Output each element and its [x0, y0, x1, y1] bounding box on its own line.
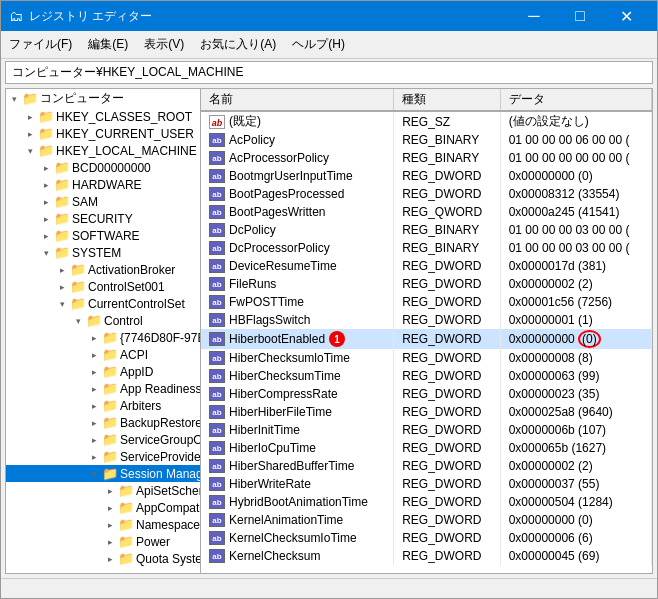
tree-item-namespacesep[interactable]: ▸ 📁 NamespaceSeparatio	[6, 516, 200, 533]
tree-item-control[interactable]: ▾ 📁 Control	[6, 312, 200, 329]
expand-icon-arbiters[interactable]: ▸	[86, 401, 102, 411]
tree-item-serviceprovider[interactable]: ▸ 📁 ServiceProvider	[6, 448, 200, 465]
tree-item-power[interactable]: ▸ 📁 Power	[6, 533, 200, 550]
expand-icon-controlset001[interactable]: ▸	[54, 282, 70, 292]
expand-icon-hkey_current_user[interactable]: ▸	[22, 129, 38, 139]
reg-name-text: AcPolicy	[229, 133, 275, 147]
menu-edit[interactable]: 編集(E)	[80, 33, 136, 56]
expand-icon-currentcontrolset[interactable]: ▾	[54, 299, 70, 309]
menu-view[interactable]: 表示(V)	[136, 33, 192, 56]
tree-label: Arbiters	[120, 399, 161, 413]
expand-icon-sessionmanager[interactable]: ▾	[86, 469, 102, 479]
table-row[interactable]: ab AcPolicy REG_BINARY 01 00 00 00 06 00…	[201, 131, 652, 149]
maximize-button[interactable]: □	[557, 1, 603, 31]
tree-item-appid[interactable]: ▸ 📁 AppID	[6, 363, 200, 380]
menu-favorites[interactable]: お気に入り(A)	[192, 33, 284, 56]
tree-item-guid[interactable]: ▸ 📁 {7746D80F-97E0-4E26-95...	[6, 329, 200, 346]
tree-item-activationbroker[interactable]: ▸ 📁 ActivationBroker	[6, 261, 200, 278]
tree-item-arbiters[interactable]: ▸ 📁 Arbiters	[6, 397, 200, 414]
tree-item-hkey_local_machine[interactable]: ▾ 📁 HKEY_LOCAL_MACHINE	[6, 142, 200, 159]
tree-item-servicegrouporder[interactable]: ▸ 📁 ServiceGroupOrder	[6, 431, 200, 448]
tree-item-controlset001[interactable]: ▸ 📁 ControlSet001	[6, 278, 200, 295]
table-row[interactable]: ab BootPagesWritten REG_QWORD 0x0000a245…	[201, 203, 652, 221]
tree-item-currentcontrolset[interactable]: ▾ 📁 CurrentControlSet	[6, 295, 200, 312]
folder-icon: 📁	[54, 211, 70, 226]
tree-item-backuprestore[interactable]: ▸ 📁 BackupRestore	[6, 414, 200, 431]
table-row[interactable]: ab HiberSharedBufferTime REG_DWORD 0x000…	[201, 457, 652, 475]
expand-icon-backuprestore[interactable]: ▸	[86, 418, 102, 428]
expand-icon-computer[interactable]: ▾	[6, 94, 22, 104]
reg-type: REG_DWORD	[394, 529, 501, 547]
expand-icon-serviceprovider[interactable]: ▸	[86, 452, 102, 462]
expand-icon-appcompatcache[interactable]: ▸	[102, 503, 118, 513]
tree-item-hkey_current_user[interactable]: ▸ 📁 HKEY_CURRENT_USER	[6, 125, 200, 142]
address-bar[interactable]: コンピューター¥HKEY_LOCAL_MACHINE	[5, 61, 653, 84]
table-row[interactable]: ab HBFlagsSwitch REG_DWORD 0x00000001 (1…	[201, 311, 652, 329]
table-row[interactable]: ab HiberWriteRate REG_DWORD 0x00000037 (…	[201, 475, 652, 493]
expand-icon-security[interactable]: ▸	[38, 214, 54, 224]
expand-icon-hkey_local_machine[interactable]: ▾	[22, 146, 38, 156]
table-row[interactable]: ab HiberHiberFileTime REG_DWORD 0x000025…	[201, 403, 652, 421]
table-row[interactable]: ab FwPOSTTime REG_DWORD 0x00001c56 (7256…	[201, 293, 652, 311]
menu-help[interactable]: ヘルプ(H)	[284, 33, 353, 56]
table-row[interactable]: ab KernelAnimationTime REG_DWORD 0x00000…	[201, 511, 652, 529]
table-row[interactable]: ab DeviceResumeTime REG_DWORD 0x0000017d…	[201, 257, 652, 275]
expand-icon-sam[interactable]: ▸	[38, 197, 54, 207]
tree-item-appcompatcache[interactable]: ▸ 📁 AppCompatCache	[6, 499, 200, 516]
table-row[interactable]: ab HiberChecksumTime REG_DWORD 0x0000006…	[201, 367, 652, 385]
tree-item-system[interactable]: ▾ 📁 SYSTEM	[6, 244, 200, 261]
tree-item-hardware[interactable]: ▸ 📁 HARDWARE	[6, 176, 200, 193]
table-row[interactable]: ab DcProcessorPolicy REG_BINARY 01 00 00…	[201, 239, 652, 257]
table-row[interactable]: ab HiberInitTime REG_DWORD 0x0000006b (1…	[201, 421, 652, 439]
table-row[interactable]: ab (既定) REG_SZ (値の設定なし)	[201, 111, 652, 131]
expand-icon-acpi[interactable]: ▸	[86, 350, 102, 360]
expand-icon-power[interactable]: ▸	[102, 537, 118, 547]
expand-icon-bcd[interactable]: ▸	[38, 163, 54, 173]
expand-icon-quotasystem[interactable]: ▸	[102, 554, 118, 564]
expand-icon-activationbroker[interactable]: ▸	[54, 265, 70, 275]
tree-item-software[interactable]: ▸ 📁 SOFTWARE	[6, 227, 200, 244]
expand-icon-software[interactable]: ▸	[38, 231, 54, 241]
registry-table: 名前 種類 データ ab (既定) REG_SZ (値の設定なし) ab	[201, 89, 652, 565]
minimize-button[interactable]: ─	[511, 1, 557, 31]
expand-icon-hardware[interactable]: ▸	[38, 180, 54, 190]
tree-item-apischema[interactable]: ▸ 📁 ApiSetSchemaExtens	[6, 482, 200, 499]
tree-item-appreadiness[interactable]: ▸ 📁 App Readiness	[6, 380, 200, 397]
reg-name: ab BootmgrUserInputTime	[201, 167, 394, 185]
tree-item-hkey_classes_root[interactable]: ▸ 📁 HKEY_CLASSES_ROOT	[6, 108, 200, 125]
expand-icon-servicegrouporder[interactable]: ▸	[86, 435, 102, 445]
table-row[interactable]: ab BootmgrUserInputTime REG_DWORD 0x0000…	[201, 167, 652, 185]
table-row[interactable]: ab KernelChecksumIoTime REG_DWORD 0x0000…	[201, 529, 652, 547]
tree-item-bcd[interactable]: ▸ 📁 BCD00000000	[6, 159, 200, 176]
expand-icon-control[interactable]: ▾	[70, 316, 86, 326]
close-button[interactable]: ✕	[603, 1, 649, 31]
expand-icon-appid[interactable]: ▸	[86, 367, 102, 377]
expand-icon-guid[interactable]: ▸	[86, 333, 102, 343]
expand-icon-apischema[interactable]: ▸	[102, 486, 118, 496]
reg-name: ab HiberbootEnabled 1	[201, 329, 394, 349]
tree-item-sessionmanager[interactable]: ▾ 📁 Session Manager	[6, 465, 200, 482]
expand-icon-appreadiness[interactable]: ▸	[86, 384, 102, 394]
table-row[interactable]: ab KernelChecksum REG_DWORD 0x00000045 (…	[201, 547, 652, 565]
table-row[interactable]: ab BootPagesProcessed REG_DWORD 0x000083…	[201, 185, 652, 203]
tree-item-quotasystem[interactable]: ▸ 📁 Quota System	[6, 550, 200, 567]
tree-item-security[interactable]: ▸ 📁 SECURITY	[6, 210, 200, 227]
table-row[interactable]: ab HiberChecksumloTime REG_DWORD 0x00000…	[201, 349, 652, 367]
menu-file[interactable]: ファイル(F)	[1, 33, 80, 56]
table-row[interactable]: ab HybridBootAnimationTime REG_DWORD 0x0…	[201, 493, 652, 511]
table-row[interactable]: ab HiberCompressRate REG_DWORD 0x0000002…	[201, 385, 652, 403]
reg-name-text: HiberChecksumloTime	[229, 351, 350, 365]
table-row[interactable]: ab AcProcessorPolicy REG_BINARY 01 00 00…	[201, 149, 652, 167]
tree-item-sam[interactable]: ▸ 📁 SAM	[6, 193, 200, 210]
table-row[interactable]: ab DcPolicy REG_BINARY 01 00 00 00 03 00…	[201, 221, 652, 239]
expand-icon-hkey_classes_root[interactable]: ▸	[22, 112, 38, 122]
expand-icon-namespacesep[interactable]: ▸	[102, 520, 118, 530]
expand-icon-system[interactable]: ▾	[38, 248, 54, 258]
reg-icon-bb: ab	[209, 405, 225, 419]
folder-icon: 📁	[102, 364, 118, 379]
tree-item-computer[interactable]: ▾ 📁 コンピューター	[6, 89, 200, 108]
table-row[interactable]: ab HiberIoCpuTime REG_DWORD 0x000065b (1…	[201, 439, 652, 457]
selected-registry-row[interactable]: ab HiberbootEnabled 1 REG_DWORD 0x000000…	[201, 329, 652, 349]
table-row[interactable]: ab FileRuns REG_DWORD 0x00000002 (2)	[201, 275, 652, 293]
tree-item-acpi[interactable]: ▸ 📁 ACPI	[6, 346, 200, 363]
